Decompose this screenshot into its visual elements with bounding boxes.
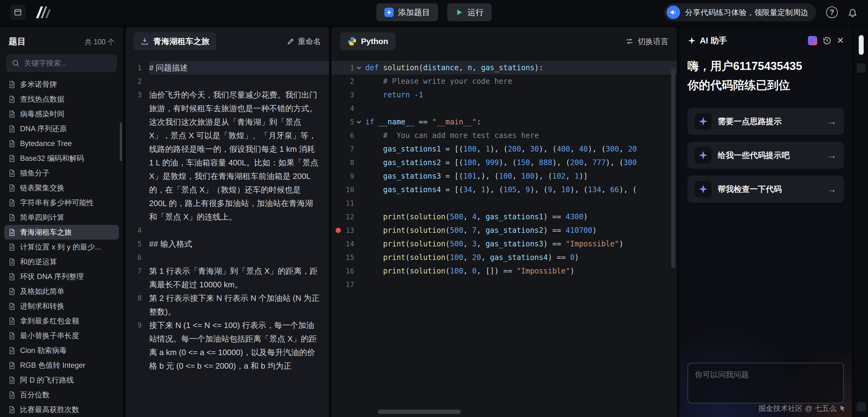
code-text: # Please write your code here	[364, 74, 677, 88]
line-number: 13	[342, 224, 354, 237]
sparkle-icon	[695, 181, 712, 197]
language-label: Python	[361, 37, 388, 46]
sidebar-item-label: 拿到最多红包金额	[20, 316, 79, 326]
breakpoint-dot[interactable]	[336, 228, 341, 233]
sidebar-item-label: 查找热点数据	[20, 94, 64, 104]
sidebar-item[interactable]: 字符串有多少种可能性	[4, 195, 119, 210]
ai-suggestion-card[interactable]: 帮我检查一下代码→	[687, 175, 844, 203]
sidebar-item-label: 最小替换子串长度	[20, 331, 79, 341]
sidebar-item[interactable]: 及格如此简单	[4, 284, 119, 299]
problem-line-text: 接下来 N (1 <= N <= 100) 行表示，每一个加油站情况。每一个加油…	[149, 318, 329, 373]
code-text: gas_stations3 = [(101,), (100, 100), (10…	[364, 169, 677, 183]
sidebar-scrollbar[interactable]	[120, 123, 122, 161]
code-horizontal-scrollbar[interactable]	[378, 410, 461, 414]
arrow-right-icon: →	[827, 116, 837, 127]
sidebar-item[interactable]: 计算位置 x 到 y 的最少...	[4, 239, 119, 254]
sidebar-item[interactable]: RGB 色值转 Integer	[4, 358, 119, 373]
fold-chevron-icon[interactable]	[354, 61, 364, 74]
search-box[interactable]	[6, 54, 117, 72]
problem-title-chip: 青海湖租车之旅	[134, 32, 216, 50]
ai-suggestion-card[interactable]: 需要一点思路提示→	[687, 108, 844, 135]
code-editor[interactable]: 1def solution(distance, n, gas_stations)…	[332, 56, 677, 417]
language-chip[interactable]: Python	[340, 32, 396, 50]
problem-editor[interactable]: 1# 问题描述23油价飞升的今天，我们尽量减少花费。我们出门旅游，有时候租车去旅…	[126, 56, 329, 417]
code-gutter: 9	[332, 169, 364, 183]
run-label: 运行	[468, 7, 484, 18]
switch-language-button[interactable]: 切换语言	[625, 36, 669, 46]
history-icon[interactable]	[823, 36, 831, 45]
sidebar-item[interactable]: 病毒感染时间	[4, 106, 119, 121]
rail-icon-bottom[interactable]	[857, 402, 866, 412]
document-icon	[8, 391, 16, 399]
rename-button[interactable]: 重命名	[287, 36, 321, 46]
sidebar-item[interactable]: Cion 勒索病毒	[4, 343, 119, 358]
code-line: 16 print(solution(100, 0, []) == "Imposs…	[332, 264, 677, 278]
collapse-handle[interactable]	[859, 35, 864, 55]
sidebar-item[interactable]: 多米诺骨牌	[4, 77, 119, 92]
right-rail	[855, 27, 868, 417]
ai-card-label: 需要一点思路提示	[718, 116, 820, 127]
sidebar-item[interactable]: 查找热点数据	[4, 92, 119, 106]
add-problem-label: 添加题目	[398, 7, 430, 18]
promo-banner[interactable]: 分享代码练习体验，领限量定制周边	[664, 3, 816, 21]
document-icon	[8, 228, 16, 236]
document-icon	[8, 184, 16, 192]
code-gutter: 7	[332, 142, 364, 156]
search-input[interactable]	[24, 59, 112, 67]
sidebar-item[interactable]: 进制求和转换	[4, 299, 119, 314]
code-line: 1def solution(distance, n, gas_stations)…	[332, 61, 677, 74]
sidebar-item[interactable]: 和的逆运算	[4, 254, 119, 269]
fold-chevron-icon[interactable]	[354, 115, 364, 129]
sidebar-item[interactable]: 拿到最多红包金额	[4, 314, 119, 328]
line-number: 3	[342, 88, 354, 102]
fold-spacer	[354, 74, 364, 88]
document-icon	[8, 169, 16, 177]
code-line: 10 gas_stations4 = [(34, 1), (105, 9), (…	[332, 183, 677, 196]
sidebar-item[interactable]: 环状 DNA 序列整理	[4, 269, 119, 284]
line-number: 9	[126, 318, 149, 373]
sidebar-item[interactable]: Base32 编码和解码	[4, 151, 119, 166]
line-number: 11	[342, 196, 354, 210]
switch-language-label: 切换语言	[638, 36, 669, 46]
sidebar-item[interactable]: 猫鱼分子	[4, 166, 119, 181]
code-text: print(solution(100, 20, gas_stations4) =…	[364, 251, 677, 264]
problem-line-text	[149, 251, 329, 264]
problem-line: 9接下来 N (1 <= N <= 100) 行表示，每一个加油站情况。每一个加…	[126, 318, 329, 373]
sidebar-item[interactable]: Bytedance Tree	[4, 136, 119, 151]
code-gutter: 10	[332, 183, 364, 196]
fold-spacer	[354, 88, 364, 102]
code-gutter: 16	[332, 264, 364, 278]
sidebar-item[interactable]: 链表聚集交换	[4, 181, 119, 195]
juejin-logo[interactable]	[33, 6, 51, 18]
sidebar-item[interactable]: 比赛最高获胜次数	[4, 402, 119, 417]
ai-suggestion-card[interactable]: 给我一些代码提示吧→	[687, 142, 844, 169]
document-icon	[8, 406, 16, 414]
sidebar-item[interactable]: 简单四则计算	[4, 210, 119, 225]
sidebar-item[interactable]: 青海湖租车之旅	[4, 225, 119, 239]
sidebar-item[interactable]: DNA 序列还原	[4, 121, 119, 136]
notifications-icon[interactable]	[848, 7, 858, 17]
add-problem-button[interactable]: + 添加题目	[376, 3, 438, 21]
code-vertical-scrollbar[interactable]	[671, 68, 675, 268]
problem-line: 6	[126, 251, 329, 264]
sidebar-item[interactable]: 最小替换子串长度	[4, 328, 119, 343]
problem-line-text	[149, 74, 329, 88]
sidebar-item[interactable]: 百分位数	[4, 387, 119, 402]
problem-panel: 青海湖租车之旅 重命名 1# 问题描述23油价飞升的今天，我们尽量减少花费。我们…	[126, 27, 329, 417]
code-gutter: 14	[332, 237, 364, 251]
ai-question-input[interactable]	[687, 363, 844, 404]
help-icon[interactable]: ?	[826, 6, 838, 18]
megaphone-icon	[666, 5, 680, 19]
sidebar-item-label: 多米诺骨牌	[20, 79, 57, 89]
rail-icon-top[interactable]	[857, 63, 866, 73]
app-logo[interactable]	[10, 5, 25, 20]
run-button[interactable]: 运行	[447, 3, 492, 21]
line-number: 7	[126, 264, 149, 291]
line-number: 2	[342, 74, 354, 88]
code-gutter: 13	[332, 224, 364, 237]
close-icon[interactable]: ✕	[837, 36, 844, 45]
topbar-center: + 添加题目 运行	[376, 3, 492, 21]
theme-icon[interactable]	[808, 36, 817, 45]
sidebar-item[interactable]: 阿 D 的飞行路线	[4, 373, 119, 387]
line-number: 9	[342, 169, 354, 183]
